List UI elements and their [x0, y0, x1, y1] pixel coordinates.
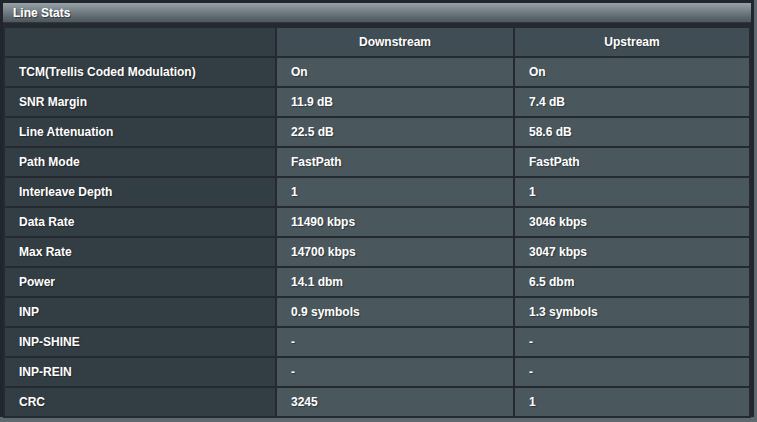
table-row: INP-REIN-- — [4, 357, 750, 387]
table-row: Interleave Depth11 — [4, 177, 750, 207]
row-label: Max Rate — [4, 237, 276, 267]
value-upstream: 3046 kbps — [514, 207, 750, 237]
value-downstream: - — [276, 357, 514, 387]
table-row: CRC32451 — [4, 387, 750, 417]
row-label: INP-REIN — [4, 357, 276, 387]
value-downstream: On — [276, 57, 514, 87]
row-label: INP-SHINE — [4, 327, 276, 357]
value-upstream: - — [514, 327, 750, 357]
value-downstream: 14700 kbps — [276, 237, 514, 267]
table-header-row: Downstream Upstream — [4, 27, 750, 57]
table-row: SNR Margin11.9 dB7.4 dB — [4, 87, 750, 117]
value-downstream: 11.9 dB — [276, 87, 514, 117]
value-upstream: 3047 kbps — [514, 237, 750, 267]
value-upstream: - — [514, 357, 750, 387]
table-row: INP-SHINE-- — [4, 327, 750, 357]
value-upstream: 1 — [514, 387, 750, 417]
value-downstream: 14.1 dbm — [276, 267, 514, 297]
table-row: TCM(Trellis Coded Modulation)OnOn — [4, 57, 750, 87]
value-downstream: 22.5 dB — [276, 117, 514, 147]
table-row: Path ModeFastPathFastPath — [4, 147, 750, 177]
value-downstream: 0.9 symbols — [276, 297, 514, 327]
row-label: Power — [4, 267, 276, 297]
line-stats-body: TCM(Trellis Coded Modulation)OnOnSNR Mar… — [4, 57, 750, 417]
value-downstream: - — [276, 327, 514, 357]
value-downstream: FastPath — [276, 147, 514, 177]
row-label: Path Mode — [4, 147, 276, 177]
value-downstream: 1 — [276, 177, 514, 207]
row-label: Data Rate — [4, 207, 276, 237]
table-row: Max Rate14700 kbps3047 kbps — [4, 237, 750, 267]
value-upstream: 1 — [514, 177, 750, 207]
table-row: Power14.1 dbm6.5 dbm — [4, 267, 750, 297]
value-downstream: 3245 — [276, 387, 514, 417]
table-row: Line Attenuation22.5 dB58.6 dB — [4, 117, 750, 147]
table-row: INP0.9 symbols1.3 symbols — [4, 297, 750, 327]
value-upstream: 58.6 dB — [514, 117, 750, 147]
table-row: Data Rate11490 kbps3046 kbps — [4, 207, 750, 237]
value-upstream: On — [514, 57, 750, 87]
row-label: Interleave Depth — [4, 177, 276, 207]
row-label: Line Attenuation — [4, 117, 276, 147]
row-label: CRC — [4, 387, 276, 417]
row-label: SNR Margin — [4, 87, 276, 117]
value-upstream: 7.4 dB — [514, 87, 750, 117]
header-downstream: Downstream — [276, 27, 514, 57]
row-label: INP — [4, 297, 276, 327]
header-upstream: Upstream — [514, 27, 750, 57]
value-upstream: 6.5 dbm — [514, 267, 750, 297]
value-downstream: 11490 kbps — [276, 207, 514, 237]
value-upstream: 1.3 symbols — [514, 297, 750, 327]
line-stats-panel: Line Stats Downstream Upstream TCM(Trell… — [0, 0, 754, 417]
header-blank-cell — [4, 27, 276, 57]
line-stats-table: Downstream Upstream TCM(Trellis Coded Mo… — [3, 26, 751, 418]
row-label: TCM(Trellis Coded Modulation) — [4, 57, 276, 87]
panel-title: Line Stats — [3, 3, 751, 23]
value-upstream: FastPath — [514, 147, 750, 177]
